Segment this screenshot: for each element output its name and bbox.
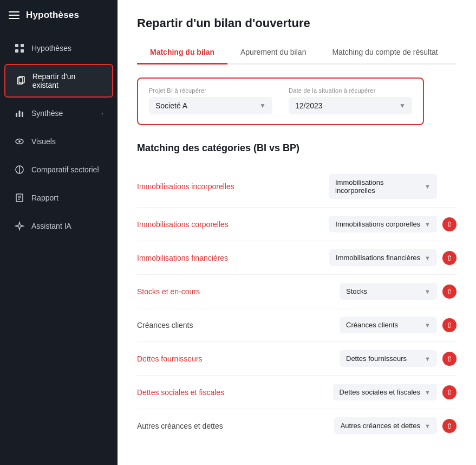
category-label: Dettes sociales et fiscales [137, 388, 256, 397]
sidebar: Hypothèses Hypothèses Repartir d'un exis… [0, 0, 118, 465]
select-caret-icon: ▼ [425, 389, 431, 396]
action-button[interactable]: ⇧ [442, 385, 457, 399]
select-caret-icon: ▼ [425, 255, 431, 261]
category-right: Immobilisations incorporelles ▼ ⇧ [329, 174, 457, 199]
select-value: Immobilisations incorporelles [335, 178, 420, 195]
category-select[interactable]: Autres créances et dettes ▼ [334, 417, 437, 434]
page-title: Repartir d'un bilan d'ouverture [137, 16, 457, 30]
matching-row: Autres créances et dettes Autres créance… [137, 409, 457, 442]
select-value: Dettes fournisseurs [346, 354, 407, 363]
category-label: Créances clients [137, 321, 256, 330]
matching-row: Immobilisations financières Immobilisati… [137, 241, 457, 275]
select-caret-icon: ▼ [425, 356, 431, 362]
sidebar-item-label: Hypothèses [31, 44, 71, 53]
category-label: Immobilisations financières [137, 254, 256, 262]
category-right: Créances clients ▼ ⇧ [340, 317, 457, 333]
select-value: Immobilisations corporelles [335, 220, 420, 228]
action-button[interactable]: ⇧ [442, 285, 457, 299]
bi-recovery-card: Projet BI à récupérer Societé A ▼ Date d… [137, 78, 424, 125]
matching-row: Dettes fournisseurs Dettes fournisseurs … [137, 342, 457, 376]
svg-rect-0 [15, 44, 18, 47]
action-button[interactable]: ⇧ [442, 251, 457, 265]
sidebar-item-label: Synthèse [31, 109, 63, 118]
select-caret-icon: ▼ [425, 288, 431, 295]
date-label: Date de la situation à récupérer [289, 87, 412, 94]
compare-icon [14, 164, 25, 175]
project-caret-icon: ▼ [259, 102, 266, 109]
date-select[interactable]: 12/2023 ▼ [289, 97, 412, 114]
tab-matching-compte[interactable]: Matching du compte de résultat [319, 42, 451, 64]
sidebar-item-synthese[interactable]: Synthèse › [4, 101, 113, 126]
svg-rect-8 [22, 112, 23, 117]
category-select[interactable]: Immobilisations corporelles ▼ [329, 216, 437, 232]
matching-row: Dettes sociales et fiscales Dettes socia… [137, 376, 457, 409]
select-caret-icon: ▼ [425, 423, 431, 429]
category-label: Immobilisations incorporelles [137, 182, 256, 191]
sidebar-item-hypotheses[interactable]: Hypothèses [4, 36, 113, 61]
category-right: Autres créances et dettes ▼ ⇧ [334, 417, 457, 434]
category-label: Dettes fournisseurs [137, 354, 256, 363]
sidebar-item-label: Comparatif sectoriel [31, 165, 99, 174]
svg-rect-3 [21, 49, 24, 53]
project-value: Societé A [155, 101, 187, 110]
category-label: Stocks et en-cours [137, 287, 256, 296]
category-right: Immobilisations corporelles ▼ ⇧ [329, 216, 457, 232]
action-button[interactable]: ⇧ [442, 352, 457, 366]
category-select[interactable]: Immobilisations financières ▼ [329, 249, 437, 266]
copy-icon [15, 75, 26, 86]
sidebar-item-visuels[interactable]: Visuels [4, 129, 113, 154]
select-value: Immobilisations financières [336, 254, 420, 262]
category-select[interactable]: Dettes sociales et fiscales ▼ [333, 384, 437, 401]
matching-row: Immobilisations corporelles Immobilisati… [137, 208, 457, 241]
sidebar-item-repartir[interactable]: Repartir d'un existant [4, 64, 113, 98]
action-button[interactable]: ⇧ [442, 419, 457, 433]
main-content: Repartir d'un bilan d'ouverture Matching… [118, 0, 476, 465]
category-label: Autres créances et dettes [137, 422, 256, 430]
tab-bar: Matching du bilan Apurement du bilan Mat… [137, 42, 457, 64]
select-value: Stocks [346, 287, 367, 295]
matching-row: Immobilisations incorporelles Immobilisa… [137, 166, 457, 208]
sidebar-item-rapport[interactable]: Rapport [4, 185, 113, 210]
project-select[interactable]: Societé A ▼ [149, 97, 272, 114]
select-caret-icon: ▼ [425, 183, 431, 190]
category-right: Dettes sociales et fiscales ▼ ⇧ [333, 384, 457, 401]
chevron-right-icon: › [101, 110, 103, 117]
document-icon [14, 192, 25, 203]
sidebar-item-comparatif[interactable]: Comparatif sectoriel [4, 157, 113, 182]
eye-icon [14, 136, 25, 147]
select-caret-icon: ▼ [425, 322, 431, 328]
sidebar-item-label: Rapport [31, 193, 58, 202]
matching-row: Créances clients Créances clients ▼ ⇧ [137, 308, 457, 342]
sparkle-icon [14, 221, 25, 231]
date-field: Date de la situation à récupérer 12/2023… [289, 87, 412, 114]
matching-row: Stocks et en-cours Stocks ▼ ⇧ [137, 275, 457, 308]
category-right: Immobilisations financières ▼ ⇧ [329, 249, 457, 266]
sidebar-item-label: Assistant IA [31, 222, 71, 230]
tab-apurement-bilan[interactable]: Apurement du bilan [227, 42, 319, 64]
date-caret-icon: ▼ [399, 102, 406, 109]
select-caret-icon: ▼ [425, 221, 431, 228]
category-select[interactable]: Stocks ▼ [340, 283, 437, 300]
svg-rect-7 [19, 111, 21, 117]
svg-point-10 [18, 140, 21, 143]
sidebar-item-assistant[interactable]: Assistant IA [4, 214, 113, 238]
svg-rect-6 [16, 113, 17, 117]
action-button[interactable]: ⇧ [442, 217, 457, 231]
category-right: Stocks ▼ ⇧ [340, 283, 457, 300]
project-field: Projet BI à récupérer Societé A ▼ [149, 87, 272, 114]
matching-list: Immobilisations incorporelles Immobilisa… [137, 166, 457, 442]
select-value: Créances clients [346, 321, 398, 329]
grid-icon [14, 43, 25, 54]
category-select[interactable]: Dettes fournisseurs ▼ [340, 350, 437, 367]
category-select[interactable]: Immobilisations incorporelles ▼ [329, 174, 437, 199]
category-select[interactable]: Créances clients ▼ [340, 317, 437, 333]
chart-bar-icon [14, 108, 25, 119]
action-button[interactable]: ⇧ [442, 318, 457, 332]
section-title: Matching des catégories (BI vs BP) [137, 143, 457, 154]
tab-matching-bilan[interactable]: Matching du bilan [137, 42, 227, 64]
category-label: Immobilisations corporelles [137, 220, 256, 229]
menu-icon[interactable] [9, 11, 19, 19]
sidebar-header[interactable]: Hypothèses [0, 0, 118, 30]
category-right: Dettes fournisseurs ▼ ⇧ [340, 350, 457, 367]
select-value: Dettes sociales et fiscales [340, 388, 421, 396]
